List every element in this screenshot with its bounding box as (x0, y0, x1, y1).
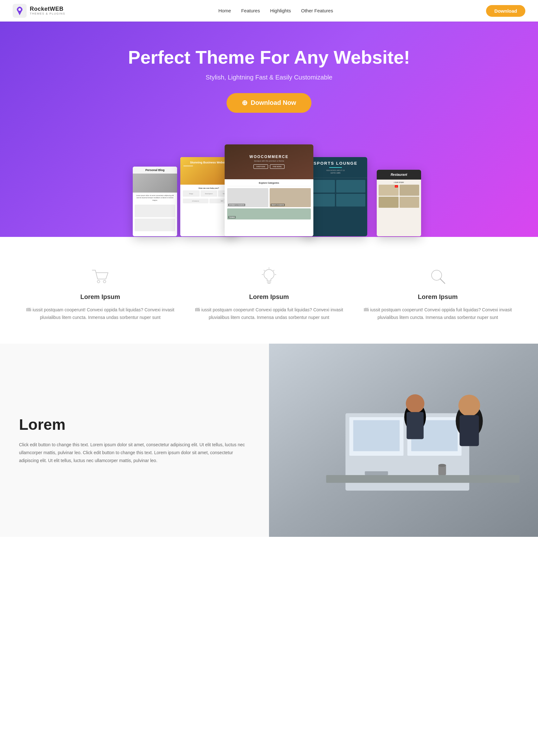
tennis-label: TENNIS (228, 216, 236, 219)
hero-section: Perfect Theme For Any Website! Stylish, … (0, 22, 538, 237)
screenshot-restaurant: Restaurant I OUR STORY red (377, 170, 421, 236)
screenshot-sports: SPORTS LOUNGE FEW WORDS ABOUT US ESTD 19… (304, 157, 367, 236)
nav-item-other-features[interactable]: Other Features (301, 8, 333, 14)
svg-line-8 (273, 270, 274, 271)
hero-screenshots: Personal Blog Lorem ipsum dolor sit amet… (13, 135, 525, 236)
feature-item-bulb: Lorem Ipsum Illli iussit postquam cooper… (194, 265, 344, 322)
svg-point-1 (18, 8, 21, 11)
svg-rect-27 (365, 471, 388, 475)
feature-item-search: Lorem Ipsum Illli iussit postquam cooper… (363, 265, 512, 322)
svg-point-19 (458, 395, 480, 416)
about-image (269, 344, 538, 537)
feature-title-1: Lorem Ipsum (249, 293, 289, 301)
svg-point-22 (406, 394, 425, 413)
personal-blog-label: Personal Blog (135, 169, 175, 172)
nav-item-highlights[interactable]: Highlights (270, 8, 291, 14)
logo: RocketWEB THEMES & PLUGINS (13, 4, 65, 18)
about-title: Lorem (19, 416, 250, 433)
nav-download-button[interactable]: Download (486, 5, 525, 17)
screenshot-woocommerce: WOOCOMMERCE Quisque with this premium ui… (225, 144, 313, 236)
svg-point-26 (438, 464, 446, 467)
woo-sub: Quisque with this premium ui fecina (254, 160, 284, 162)
svg-point-3 (103, 280, 106, 283)
feature-item-cart: Lorem Ipsum Illli iussit postquam cooper… (26, 265, 175, 322)
hero-download-button[interactable]: ⊕ Download Now (227, 93, 311, 113)
svg-rect-23 (406, 412, 424, 439)
restaurant-label: Restaurant (380, 173, 418, 176)
screenshot-personal-blog: Personal Blog Lorem ipsum dolor sit amet… (133, 167, 177, 236)
search-icon (427, 265, 449, 287)
feature-title-2: Lorem Ipsum (418, 293, 458, 301)
logo-icon (13, 4, 27, 18)
about-section: Lorem Click edit button to change this t… (0, 344, 538, 537)
svg-line-10 (440, 279, 445, 283)
sports-label: SPORTS LOUNGE (308, 161, 363, 166)
feature-desc-0: Illli iussit postquam cooperunt! Convexi… (26, 306, 175, 322)
nav-links: Home Features Highlights Other Features (218, 8, 333, 14)
navbar: RocketWEB THEMES & PLUGINS Home Features… (0, 0, 538, 22)
womens-label: WOMEN'S FASHION (228, 204, 245, 206)
feature-desc-2: Illli iussit postquam cooperunt! Convexi… (363, 306, 512, 322)
hero-cta-label: Download Now (251, 99, 296, 106)
nav-item-features[interactable]: Features (241, 8, 260, 14)
brand-name: RocketWEB THEMES & PLUGINS (30, 6, 65, 16)
mens-label: MEN'S FASHION (271, 204, 285, 206)
feature-desc-1: Illli iussit postquam cooperunt! Convexi… (194, 306, 344, 322)
about-text: Click edit button to change this text. L… (19, 441, 250, 465)
explore-label: Explore Categories (227, 182, 311, 184)
svg-point-2 (97, 280, 100, 283)
nav-item-home[interactable]: Home (218, 8, 231, 14)
svg-rect-15 (353, 420, 400, 451)
svg-rect-20 (460, 415, 479, 446)
hero-subheading: Stylish, Lightning Fast & Easily Customi… (13, 74, 525, 81)
svg-rect-24 (326, 475, 519, 483)
about-content: Lorem Click edit button to change this t… (0, 344, 269, 537)
hero-heading: Perfect Theme For Any Website! (13, 47, 525, 68)
wordpress-icon: ⊕ (242, 99, 247, 107)
woo-label: WOOCOMMERCE (249, 155, 288, 159)
cart-icon (89, 265, 111, 287)
features-section: Lorem Ipsum Illli iussit postquam cooper… (0, 237, 538, 344)
bulb-icon (258, 265, 280, 287)
feature-title-0: Lorem Ipsum (81, 293, 120, 301)
svg-line-7 (264, 270, 265, 271)
